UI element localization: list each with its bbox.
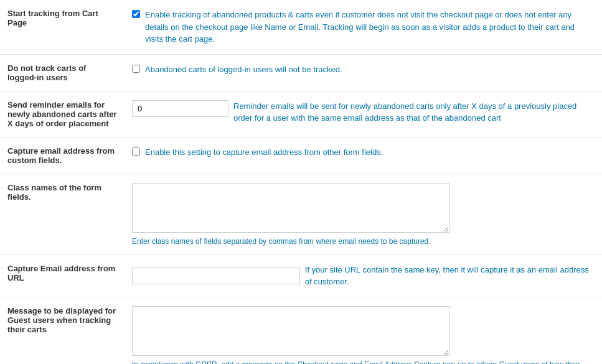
label-guest-message: Message to be displayed for Guest users … — [7, 306, 116, 334]
checkbox-start-tracking[interactable] — [132, 10, 140, 18]
hint-class-names: Enter class names of fields separated by… — [132, 237, 595, 246]
row-capture-email-url: Capture Email address from URL If your s… — [0, 254, 602, 297]
label-do-not-track: Do not track carts of logged-in users — [7, 63, 86, 82]
hint-guest-message: In compliance with GDPR, add a message o… — [132, 360, 595, 365]
row-capture-email-custom: Capture email address from custom fields… — [0, 137, 602, 174]
textarea-guest-message[interactable] — [132, 306, 449, 356]
checkbox-capture-email-custom[interactable] — [132, 147, 140, 156]
row-guest-message: Message to be displayed for Guest users … — [0, 297, 602, 364]
desc-capture-email-url: If your site URL contain the same key, t… — [305, 264, 595, 288]
settings-table: Start tracking from Cart Page Enable tra… — [0, 0, 602, 364]
label-class-names: Class names of the form fields. — [7, 183, 101, 202]
textarea-class-names[interactable] — [132, 183, 449, 233]
checkbox-do-not-track[interactable] — [132, 65, 140, 73]
desc-reminder-emails: Reminder emails will be sent for newly a… — [233, 100, 595, 124]
label-capture-email-custom: Capture email address from custom fields… — [7, 146, 115, 165]
row-class-names: Class names of the form fields. Enter cl… — [0, 174, 602, 254]
input-reminder-days[interactable] — [132, 100, 228, 117]
label-capture-email-url: Capture Email address from URL — [7, 264, 115, 282]
desc-do-not-track: Abandoned carts of logged-in users will … — [145, 63, 342, 76]
desc-capture-email-custom: Enable this setting to capture email add… — [145, 146, 383, 159]
row-start-tracking: Start tracking from Cart Page Enable tra… — [0, 0, 602, 54]
input-capture-email-url[interactable] — [132, 268, 300, 284]
label-reminder-emails: Send reminder emails for newly abandoned… — [7, 100, 117, 128]
row-reminder-emails: Send reminder emails for newly abandoned… — [0, 91, 602, 137]
desc-start-tracking: Enable tracking of abandoned products & … — [145, 9, 595, 45]
row-do-not-track: Do not track carts of logged-in users Ab… — [0, 54, 602, 91]
label-start-tracking: Start tracking from Cart Page — [7, 9, 98, 27]
